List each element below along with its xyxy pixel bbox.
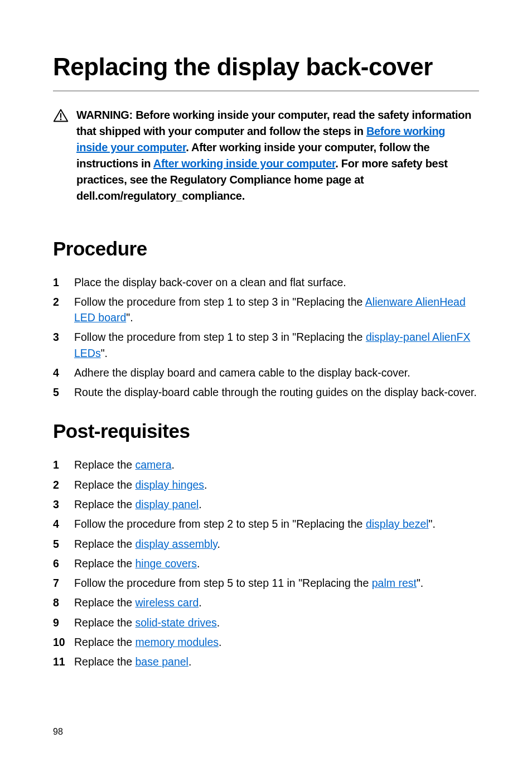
step-link[interactable]: display bezel bbox=[366, 518, 429, 530]
step-text: Replace the bbox=[74, 655, 136, 668]
step-text-post: . bbox=[219, 636, 221, 648]
step-text-post: ". bbox=[429, 518, 436, 530]
procedure-heading: Procedure bbox=[53, 238, 479, 260]
list-item: Follow the procedure from step 2 to step… bbox=[53, 516, 479, 532]
step-text: Replace the bbox=[74, 459, 136, 471]
list-item: Replace the hinge covers. bbox=[53, 556, 479, 571]
postreq-list: Replace the camera. Replace the display … bbox=[53, 457, 479, 669]
step-text-post: ". bbox=[101, 347, 108, 359]
step-text: Replace the bbox=[74, 479, 136, 491]
list-item: Replace the solid-state drives. bbox=[53, 615, 479, 630]
list-item: Place the display back-cover on a clean … bbox=[53, 274, 479, 290]
step-text-post: ". bbox=[126, 311, 133, 324]
step-text-post: . bbox=[188, 655, 191, 668]
step-text: Replace the bbox=[74, 636, 136, 648]
step-text: Replace the bbox=[74, 616, 136, 629]
step-link[interactable]: camera bbox=[136, 459, 172, 471]
step-text: Route the display-board cable through th… bbox=[74, 386, 477, 398]
list-item: Replace the display panel. bbox=[53, 496, 479, 512]
step-text-post: . bbox=[199, 596, 201, 609]
step-link[interactable]: wireless card bbox=[136, 596, 199, 609]
step-text: Replace the bbox=[74, 557, 136, 570]
warning-link-after[interactable]: After working inside your computer bbox=[153, 157, 336, 170]
list-item: Replace the memory modules. bbox=[53, 634, 479, 650]
step-text-post: . bbox=[172, 459, 175, 471]
list-item: Replace the base panel. bbox=[53, 654, 479, 669]
list-item: Replace the display hinges. bbox=[53, 477, 479, 493]
step-link[interactable]: display assembly bbox=[136, 538, 217, 550]
step-link[interactable]: hinge covers bbox=[136, 557, 197, 570]
step-text-post: ". bbox=[417, 577, 423, 589]
postreq-heading: Post-requisites bbox=[53, 420, 479, 442]
step-text: Follow the procedure from step 2 to step… bbox=[74, 518, 366, 530]
step-text: Adhere the display board and camera cabl… bbox=[74, 366, 410, 379]
list-item: Follow the procedure from step 5 to step… bbox=[53, 575, 479, 591]
step-link[interactable]: solid-state drives bbox=[136, 616, 217, 629]
step-link[interactable]: base panel bbox=[136, 655, 188, 668]
step-link[interactable]: memory modules bbox=[136, 636, 219, 648]
list-item: Adhere the display board and camera cabl… bbox=[53, 365, 479, 380]
page-number: 98 bbox=[53, 727, 63, 737]
step-text-post: . bbox=[204, 479, 207, 491]
list-item: Replace the wireless card. bbox=[53, 595, 479, 610]
step-text: Follow the procedure from step 1 to step… bbox=[74, 331, 366, 343]
step-link[interactable]: palm rest bbox=[372, 577, 417, 589]
warning-icon bbox=[53, 108, 69, 123]
step-text: Follow the procedure from step 5 to step… bbox=[74, 577, 372, 589]
warning-block: WARNING: Before working inside your comp… bbox=[53, 107, 479, 204]
step-text: Follow the procedure from step 1 to step… bbox=[74, 296, 365, 308]
page-title: Replacing the display back-cover bbox=[53, 53, 479, 81]
procedure-list: Place the display back-cover on a clean … bbox=[53, 274, 479, 401]
step-link[interactable]: display panel bbox=[136, 498, 199, 510]
step-text: Replace the bbox=[74, 538, 136, 550]
step-text: Replace the bbox=[74, 596, 136, 609]
step-text-post: . bbox=[217, 616, 220, 629]
list-item: Follow the procedure from step 1 to step… bbox=[53, 329, 479, 361]
step-text-post: . bbox=[199, 498, 201, 510]
title-divider bbox=[53, 90, 479, 91]
step-text: Place the display back-cover on a clean … bbox=[74, 276, 346, 288]
step-link[interactable]: display hinges bbox=[136, 479, 205, 491]
list-item: Follow the procedure from step 1 to step… bbox=[53, 294, 479, 326]
list-item: Route the display-board cable through th… bbox=[53, 384, 479, 400]
warning-text: WARNING: Before working inside your comp… bbox=[76, 107, 473, 204]
list-item: Replace the display assembly. bbox=[53, 536, 479, 552]
step-text: Replace the bbox=[74, 498, 136, 510]
svg-point-1 bbox=[60, 118, 62, 120]
list-item: Replace the camera. bbox=[53, 457, 479, 472]
step-text-post: . bbox=[197, 557, 200, 570]
step-text-post: . bbox=[217, 538, 220, 550]
